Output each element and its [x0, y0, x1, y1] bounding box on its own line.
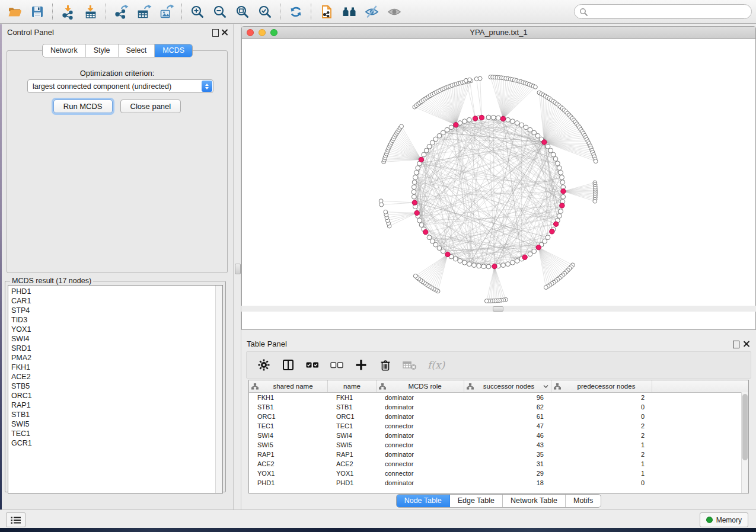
table-row[interactable]: TEC1TEC1connector472 [249, 421, 748, 431]
graph-node[interactable] [430, 239, 435, 243]
show-columns-button[interactable] [280, 357, 296, 373]
graph-node[interactable] [437, 133, 442, 138]
graph-node[interactable] [560, 175, 564, 180]
graph-node[interactable] [427, 235, 432, 240]
export-image-button[interactable] [155, 2, 178, 21]
column-header-successor-nodes[interactable]: successor nodes [464, 380, 551, 392]
hide-selected-button[interactable] [361, 2, 383, 21]
graph-node[interactable] [506, 117, 511, 122]
refresh-button[interactable] [285, 2, 307, 21]
graph-hub-node[interactable] [445, 252, 450, 257]
network-titlebar[interactable]: YPA_prune.txt_1 [242, 27, 755, 39]
tab-select[interactable]: Select [119, 44, 155, 57]
graph-node[interactable] [548, 148, 553, 153]
import-network-button[interactable] [57, 2, 79, 21]
graph-hub-node[interactable] [423, 230, 428, 235]
result-item[interactable]: PHD1 [8, 286, 222, 296]
open-button[interactable] [4, 2, 26, 21]
deselect-all-button[interactable] [329, 357, 344, 373]
graph-node[interactable] [528, 127, 532, 132]
graph-hub-node[interactable] [561, 189, 566, 194]
graph-node[interactable] [467, 117, 472, 122]
graph-node[interactable] [515, 121, 519, 126]
graph-node[interactable] [449, 125, 454, 130]
graph-node[interactable] [400, 124, 404, 129]
column-header-MCDS-role[interactable]: MCDS role [377, 380, 464, 392]
run-mcds-button[interactable]: Run MCDS [53, 100, 113, 113]
result-item[interactable]: PMA2 [8, 353, 222, 363]
graph-node[interactable] [412, 185, 416, 190]
graph-node[interactable] [424, 148, 429, 153]
graph-node[interactable] [551, 152, 556, 157]
graph-node[interactable] [546, 144, 550, 149]
result-item[interactable]: SRD1 [8, 344, 222, 353]
select-all-button[interactable] [305, 357, 320, 373]
result-item[interactable]: GCR1 [8, 438, 222, 448]
zoom-in-button[interactable] [186, 2, 209, 21]
graph-node[interactable] [467, 262, 472, 267]
graph-hub-node[interactable] [473, 116, 477, 121]
graph-node[interactable] [413, 274, 417, 278]
graph-hub-node[interactable] [522, 255, 527, 259]
graph-hub-node[interactable] [560, 203, 564, 208]
table-row[interactable]: ACE2ACE2connector311 [249, 459, 748, 469]
tab-style[interactable]: Style [86, 44, 119, 57]
graph-node[interactable] [481, 264, 486, 269]
graph-node[interactable] [557, 166, 562, 171]
table-row[interactable]: RAP1RAP1dominator352 [249, 450, 748, 459]
table-settings-button[interactable] [256, 357, 272, 373]
graph-node[interactable] [532, 130, 537, 135]
close-window-icon[interactable] [247, 29, 254, 36]
graph-node[interactable] [379, 199, 383, 203]
graph-node[interactable] [379, 203, 384, 207]
graph-node[interactable] [472, 263, 477, 268]
graph-node[interactable] [511, 260, 515, 265]
table-row[interactable]: STB1STB1dominator620 [249, 402, 748, 412]
table-row[interactable]: YOX1YOX1connector291 [249, 469, 748, 478]
graph-node[interactable] [419, 223, 424, 227]
graph-node[interactable] [468, 78, 472, 82]
graph-node[interactable] [501, 263, 506, 268]
graph-node[interactable] [486, 264, 491, 269]
result-item[interactable]: YOX1 [8, 325, 222, 334]
graph-node[interactable] [560, 180, 565, 185]
graph-node[interactable] [546, 235, 550, 240]
graph-hub-node[interactable] [542, 140, 547, 145]
node-table[interactable]: shared namenameMCDS rolesuccessor nodesp… [248, 380, 749, 493]
graph-node[interactable] [462, 119, 467, 124]
graph-node[interactable] [593, 199, 597, 203]
function-builder-button[interactable]: f(x) [426, 357, 446, 373]
graph-node[interactable] [491, 115, 496, 120]
result-item[interactable]: TID3 [8, 315, 222, 325]
network-view[interactable] [242, 39, 755, 330]
graph-node[interactable] [511, 119, 515, 124]
graph-node[interactable] [532, 249, 537, 254]
graph-node[interactable] [594, 159, 598, 164]
graph-hub-node[interactable] [554, 222, 559, 226]
graph-node[interactable] [528, 252, 532, 257]
graph-node[interactable] [506, 262, 511, 267]
graph-node[interactable] [416, 166, 420, 171]
vertical-splitter[interactable] [233, 24, 241, 509]
task-history-button[interactable] [6, 512, 25, 527]
result-item[interactable]: STB1 [8, 410, 222, 419]
close-panel-button[interactable]: Close panel [120, 100, 181, 113]
close-table-panel-icon[interactable] [743, 341, 749, 347]
graph-node[interactable] [557, 214, 562, 219]
graph-node[interactable] [412, 194, 416, 199]
graph-node[interactable] [384, 210, 388, 214]
result-item[interactable]: STB5 [8, 382, 222, 391]
save-button[interactable] [26, 2, 49, 21]
zoom-out-button[interactable] [209, 2, 231, 21]
column-header-shared-name[interactable]: shared name [249, 380, 328, 392]
graph-node[interactable] [414, 171, 419, 175]
export-table-button[interactable] [133, 2, 155, 21]
result-item[interactable]: SWI4 [8, 334, 222, 344]
graph-hub-node[interactable] [536, 245, 541, 249]
graph-node[interactable] [534, 85, 538, 89]
network-graph[interactable] [242, 39, 755, 330]
graph-hub-node[interactable] [492, 264, 497, 268]
graph-node[interactable] [458, 259, 462, 264]
graph-node[interactable] [417, 218, 422, 223]
tab-node-table[interactable]: Node Table [397, 495, 450, 507]
